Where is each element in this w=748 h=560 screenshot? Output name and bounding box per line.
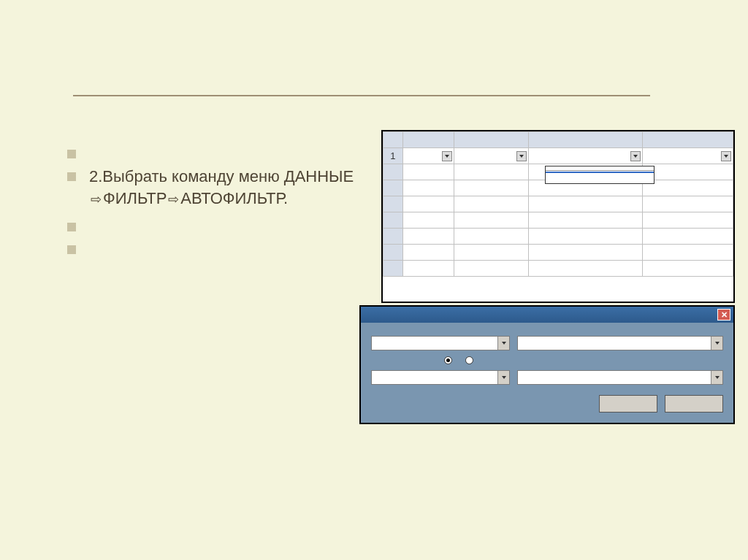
dropdown-icon[interactable] xyxy=(711,337,722,350)
bullet-text xyxy=(89,239,355,254)
close-icon[interactable]: ✕ xyxy=(717,309,730,321)
filter-dropdown-icon[interactable] xyxy=(442,151,452,161)
list-item xyxy=(67,143,355,158)
col-letter[interactable] xyxy=(642,132,733,148)
cell[interactable] xyxy=(642,261,733,277)
table-row xyxy=(383,261,733,277)
bullet-text xyxy=(89,216,355,231)
cell[interactable] xyxy=(642,212,733,229)
cell[interactable] xyxy=(529,261,643,277)
cell[interactable] xyxy=(402,164,454,180)
arrow-right-icon: ⇨ xyxy=(168,191,179,208)
cell[interactable] xyxy=(402,180,454,196)
menu-divider xyxy=(546,170,654,171)
col-letter[interactable] xyxy=(529,132,643,148)
filter-value-item[interactable] xyxy=(546,182,654,183)
bullet-icon xyxy=(67,223,76,231)
cell[interactable] xyxy=(402,196,454,212)
spreadsheet-screenshot: 1 xyxy=(381,130,735,303)
table-row xyxy=(383,245,733,261)
filter-dropdown-icon[interactable] xyxy=(516,151,527,161)
row-number[interactable]: 1 xyxy=(383,148,403,164)
dropdown-icon[interactable] xyxy=(497,371,509,384)
filter-dropdown-icon[interactable] xyxy=(721,151,731,161)
title-divider xyxy=(73,95,650,96)
col-letter[interactable] xyxy=(454,132,529,148)
cell[interactable] xyxy=(529,196,643,212)
condition2-value-input[interactable] xyxy=(517,370,723,385)
corner-cell xyxy=(383,132,403,148)
ok-button[interactable] xyxy=(599,395,657,413)
cell[interactable] xyxy=(402,212,454,229)
cell[interactable] xyxy=(642,196,733,212)
dropdown-icon[interactable] xyxy=(711,371,722,384)
cell[interactable] xyxy=(454,164,529,180)
column-header-name[interactable] xyxy=(642,148,733,164)
custom-autofilter-dialog: ✕ xyxy=(359,305,735,424)
cell[interactable] xyxy=(454,229,529,245)
condition1-value-input[interactable] xyxy=(517,336,723,350)
column-header-genre[interactable] xyxy=(529,148,643,164)
filter-dropdown-icon[interactable] xyxy=(630,151,641,161)
row-number[interactable] xyxy=(383,180,403,196)
cell[interactable] xyxy=(642,180,733,196)
column-header-code[interactable] xyxy=(402,148,454,164)
dropdown-icon[interactable] xyxy=(497,337,509,350)
bullet-text xyxy=(89,143,355,158)
row-number[interactable] xyxy=(383,164,403,180)
radio-and[interactable] xyxy=(444,356,455,364)
row-number[interactable] xyxy=(383,212,403,229)
cell[interactable] xyxy=(402,261,454,277)
table-row xyxy=(383,196,733,212)
cell[interactable] xyxy=(454,212,529,229)
row-number[interactable] xyxy=(383,196,403,212)
column-header-shop[interactable] xyxy=(454,148,529,164)
arrow-right-icon: ⇨ xyxy=(91,191,102,208)
cell[interactable] xyxy=(529,245,643,261)
list-item xyxy=(67,216,355,231)
list-item xyxy=(67,239,355,254)
bullet-text: 2.Выбрать команду меню ДАННЫЕ⇨ФИЛЬТР⇨АВТ… xyxy=(89,166,355,209)
autofilter-dropdown[interactable] xyxy=(545,166,654,184)
col-letter[interactable] xyxy=(402,132,454,148)
cell[interactable] xyxy=(642,229,733,245)
cell[interactable] xyxy=(454,180,529,196)
cell[interactable] xyxy=(402,229,454,245)
row-number[interactable] xyxy=(383,245,403,261)
list-item: 2.Выбрать команду меню ДАННЫЕ⇨ФИЛЬТР⇨АВТ… xyxy=(67,166,355,209)
row-number[interactable] xyxy=(383,261,403,277)
bullet-list: 2.Выбрать команду меню ДАННЫЕ⇨ФИЛЬТР⇨АВТ… xyxy=(67,143,355,261)
cell[interactable] xyxy=(529,212,643,229)
cell[interactable] xyxy=(454,261,529,277)
condition1-operator-select[interactable] xyxy=(371,336,510,350)
bullet-icon xyxy=(67,245,76,254)
dialog-titlebar[interactable]: ✕ xyxy=(361,307,733,323)
cell[interactable] xyxy=(642,164,733,180)
bullet-icon xyxy=(67,172,76,181)
table-row xyxy=(383,212,733,229)
sort-desc-item[interactable] xyxy=(546,168,654,169)
bullet-icon xyxy=(67,150,76,158)
condition2-operator-select[interactable] xyxy=(371,370,510,385)
cell[interactable] xyxy=(454,196,529,212)
cell[interactable] xyxy=(454,245,529,261)
cell[interactable] xyxy=(642,245,733,261)
row-number[interactable] xyxy=(383,229,403,245)
cell[interactable] xyxy=(529,229,643,245)
radio-or[interactable] xyxy=(465,356,476,364)
cell[interactable] xyxy=(402,245,454,261)
cancel-button[interactable] xyxy=(665,395,723,413)
table-row xyxy=(383,229,733,245)
